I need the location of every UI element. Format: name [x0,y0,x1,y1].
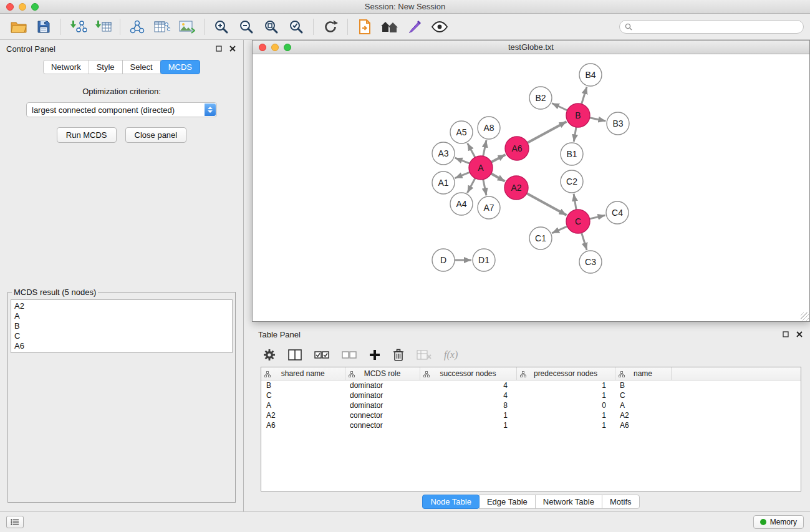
zoom-window-button[interactable] [31,3,39,11]
graph-node-B4[interactable]: B4 [579,64,602,86]
first-neighbors-button[interactable] [377,16,402,37]
select-all-button[interactable] [314,351,329,359]
control-tab-mcds[interactable]: MCDS [160,60,200,74]
column-header-MCDS-role[interactable]: MCDS role [345,367,420,380]
new-network-button[interactable] [125,16,150,37]
close-window-button[interactable] [6,3,14,11]
open-session-button[interactable] [6,16,31,37]
mcds-result-item[interactable]: B [14,321,229,331]
zoom-in-button[interactable] [209,16,234,37]
minimize-window-button[interactable] [19,3,26,11]
edge-B-B2[interactable] [552,104,567,111]
table-row[interactable]: A6connector11A6 [261,420,801,430]
edge-A-A1[interactable] [455,172,470,178]
table-tab-motifs[interactable]: Motifs [602,495,640,509]
edge-A2-C[interactable] [527,193,567,215]
network-canvas[interactable]: B4B2BB3A5A8A6B1A3AC2A1A2A4A7C4CC1C3DD1 [253,54,809,321]
delete-row-button[interactable] [393,349,404,361]
graph-node-C3[interactable]: C3 [579,251,602,273]
style-brush-button[interactable] [402,16,427,37]
column-header-predecessor-nodes[interactable]: predecessor nodes [516,367,615,380]
graph-node-A5[interactable]: A5 [450,121,473,143]
graph-node-D1[interactable]: D1 [473,249,495,271]
graph-node-B1[interactable]: B1 [561,143,583,165]
graph-node-A4[interactable]: A4 [450,193,473,215]
graph-node-A1[interactable]: A1 [432,172,455,194]
edge-C-C1[interactable] [552,226,567,233]
table-row[interactable]: Bdominator41B [261,380,801,390]
table-tab-node-table[interactable]: Node Table [422,495,480,509]
network-minimize-button[interactable] [271,44,279,51]
edge-A-A2[interactable] [491,173,505,181]
close-table-panel-button[interactable] [795,330,804,339]
function-builder-button[interactable]: f(x) [444,349,458,360]
show-hide-button[interactable] [427,16,452,37]
column-header-shared-name[interactable]: shared name [261,367,345,380]
graph-node-A6[interactable]: A6 [505,137,529,160]
mcds-result-item[interactable]: C [14,331,229,341]
edge-A-A4[interactable] [467,178,475,193]
import-table-button[interactable] [90,16,115,37]
network-close-button[interactable] [259,44,266,51]
edge-A-A5[interactable] [468,143,475,158]
zoom-selected-button[interactable] [284,16,309,37]
table-row[interactable]: A2connector11A2 [261,410,801,420]
graph-node-C2[interactable]: C2 [561,170,583,193]
graph-node-C[interactable]: C [566,210,590,233]
close-panel-button[interactable] [228,44,237,53]
graph-node-C4[interactable]: C4 [606,201,629,224]
deselect-all-button[interactable] [342,351,357,359]
open-network-document-button[interactable] [352,16,377,37]
mcds-result-item[interactable]: A [14,311,229,321]
column-header-successor-nodes[interactable]: successor nodes [420,367,516,380]
column-visibility-button[interactable] [288,349,302,360]
graph-node-C1[interactable]: C1 [529,227,552,249]
table-tab-edge-table[interactable]: Edge Table [479,495,536,509]
search-input[interactable] [635,22,798,31]
close-panel-button-2[interactable]: Close panel [125,127,187,143]
edge-C-C4[interactable] [590,215,605,219]
mcds-result-item[interactable]: A2 [14,301,229,311]
graph-node-D[interactable]: D [432,249,455,271]
graph-node-A[interactable]: A [469,156,493,180]
table-tab-network-table[interactable]: Network Table [535,495,602,509]
resize-grip[interactable] [801,312,809,321]
control-tab-style[interactable]: Style [89,60,123,74]
zoom-fit-button[interactable] [259,16,284,37]
edge-C-C2[interactable] [574,194,576,210]
optimization-criterion-dropdown[interactable]: largest connected component (directed) [26,102,217,117]
control-tab-network[interactable]: Network [43,60,89,74]
control-tab-select[interactable]: Select [122,60,161,74]
edge-A-A7[interactable] [483,180,486,196]
network-zoom-button[interactable] [284,44,291,51]
apply-layout-button[interactable] [318,16,343,37]
delete-column-button[interactable] [417,350,432,360]
float-table-panel-button[interactable] [781,330,790,339]
table-settings-button[interactable] [263,349,276,361]
table-row[interactable]: Adominator80A [261,400,801,410]
edge-A6-B[interactable] [528,122,567,143]
add-column-button[interactable] [369,349,380,360]
save-session-button[interactable] [31,16,56,37]
graph-node-B2[interactable]: B2 [529,87,552,109]
edge-A-A3[interactable] [455,158,470,163]
float-panel-button[interactable] [215,44,223,53]
graph-node-A8[interactable]: A8 [478,117,500,139]
import-network-button[interactable] [65,16,90,37]
graph-node-B3[interactable]: B3 [607,112,629,135]
edge-B-B3[interactable] [590,118,606,121]
export-image-button[interactable] [175,16,200,37]
new-table-button[interactable] [150,16,175,37]
task-history-button[interactable] [6,516,24,528]
edge-B-B1[interactable] [574,127,576,142]
edge-A-A8[interactable] [483,140,486,157]
graph-node-A7[interactable]: A7 [478,196,500,219]
graph-node-B[interactable]: B [566,104,590,127]
graph-node-A3[interactable]: A3 [432,142,455,165]
run-mcds-button[interactable]: Run MCDS [57,127,117,143]
zoom-out-button[interactable] [234,16,259,37]
table-row[interactable]: Cdominator41C [261,390,801,400]
edge-A-A6[interactable] [491,155,506,162]
graph-node-A2[interactable]: A2 [504,176,528,200]
edge-B-B4[interactable] [582,87,587,104]
